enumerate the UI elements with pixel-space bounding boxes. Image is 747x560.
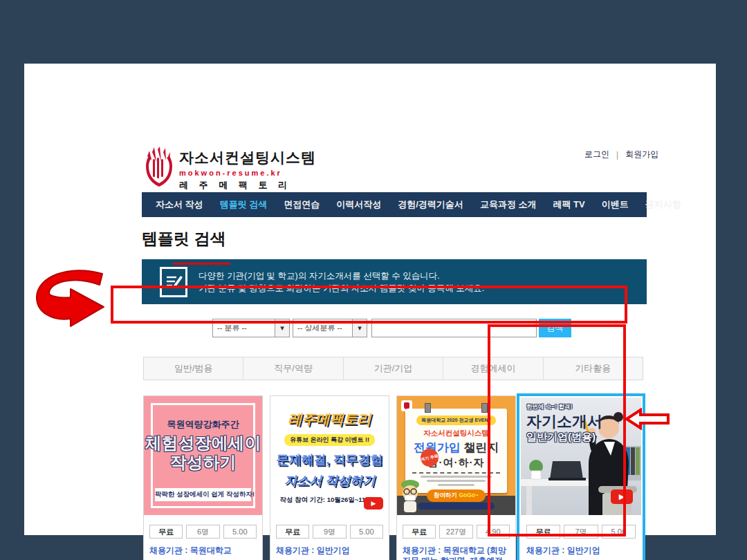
card-stats: 무료 9명 5.00 [276, 525, 383, 539]
nav-item-interview-practice[interactable]: 면접연습 [275, 192, 328, 217]
card-organization: 채용기관 : 일반기업 [526, 545, 636, 556]
main-navigation: 자소서 작성 템플릿 검색 면접연습 이력서작성 경험/경력기술서 교육과정 소… [142, 192, 647, 217]
login-link[interactable]: 로그인 [584, 149, 609, 160]
annotation-box-tabs [111, 286, 627, 324]
price-badge: 무료 [276, 525, 309, 539]
nav-item-courses[interactable]: 교육과정 소개 [472, 192, 545, 217]
thumb-badge: 유튜브 온라인 특강 이벤트 !! [284, 434, 375, 446]
paper-clip-icon [425, 403, 431, 413]
logo-domain: mokwon-resume.kr [179, 169, 316, 177]
nav-item-repack-tv[interactable]: 레팩 TV [545, 192, 593, 217]
nav-item-events[interactable]: 이벤트 [593, 192, 637, 217]
auth-links: 로그인 | 회원가입 [584, 149, 658, 160]
join-button: 참여하기 GoGo~ [427, 489, 486, 502]
card-organization: 채용기관 : 일반기업 [276, 545, 383, 556]
template-card-growth-essay[interactable]: 목원역량강화주간 체험성장에세이 작성하기 팍팍한 성장에세이 쉽게 작성하자!… [143, 395, 263, 560]
nav-item-resume-write[interactable]: 자소서 작성 [147, 192, 212, 217]
nav-item-cv-write[interactable]: 이력서작성 [328, 192, 389, 217]
annotation-box-card [488, 324, 626, 536]
card-organization: 채용기관 : 목원대학교 [149, 545, 257, 556]
logo-title: 자소서컨설팅시스템 [179, 148, 316, 167]
logo-subtitle: 레 주 메 팩 토 리 [179, 179, 316, 192]
card-stats: 무료 6명 5.00 [149, 525, 257, 539]
paper-clip-icon [481, 403, 488, 413]
annotation-line [173, 263, 230, 265]
fine-print-line [421, 476, 492, 478]
red-curved-arrow-icon [33, 268, 106, 327]
rating-badge: 5.00 [223, 525, 257, 539]
thumb-caption: 팍팍한 성장에세이 쉽게 작성하자! [155, 488, 251, 501]
dashed-divider [412, 472, 500, 474]
mokwon-university-logo-icon[interactable] [143, 147, 175, 188]
thumb-text: 레주메팩토리 [270, 410, 389, 429]
fine-print-line [438, 484, 474, 486]
thumb-ribbon: 목원대학교 2020 전교생 EVENT [416, 416, 496, 425]
thumb-text: 체험성장에세이 작성하기 [144, 433, 262, 472]
youtube-play-icon: ▶ [364, 497, 383, 510]
tab-organization[interactable]: 기관/기업 [344, 357, 443, 380]
window-background: 자소서컨설팅시스템 mokwon-resume.kr 레 주 메 팩 토 리 로… [0, 0, 747, 560]
tab-general[interactable]: 일반/범용 [144, 357, 243, 380]
nav-item-template-search[interactable]: 템플릿 검색 [212, 192, 276, 217]
card-thumbnail[interactable]: 목원역량강화주간 체험성장에세이 작성하기 팍팍한 성장에세이 쉽게 작성하자! [144, 396, 262, 515]
page-title: 템플릿 검색 [142, 228, 225, 250]
nav-item-experience[interactable]: 경험/경력기술서 [389, 192, 472, 217]
card-thumbnail[interactable]: 레주메팩토리 유튜브 온라인 특강 이벤트 !! 문제해결, 직무경험 자소서 … [270, 396, 389, 515]
thumb-text: 문제해결, 직무경험 [270, 451, 389, 468]
fine-print-line [427, 480, 486, 482]
template-card-youtube-live[interactable]: 레주메팩토리 유튜브 온라인 특강 이벤트 !! 문제해결, 직무경험 자소서 … [270, 395, 389, 560]
tab-job-competency[interactable]: 직무/역량 [243, 357, 343, 380]
banner-line-1: 다양한 기관(기업 및 학교)의 자기소개서를 선택할 수 있습니다. [199, 270, 484, 282]
user-count-badge: 227명 [439, 525, 472, 539]
red-outline-arrow-icon [625, 408, 670, 430]
rating-badge: 5.00 [350, 525, 383, 539]
thumb-text: 목원역량강화주간 [144, 418, 262, 431]
nav-item-notice[interactable]: 공지사항 [637, 192, 690, 217]
thumb-text: 자소서 작성하기 [270, 472, 389, 489]
price-badge: 무료 [403, 525, 436, 539]
footer-ribbon [418, 503, 495, 510]
card-organization: 채용기관 : 목원대학교 (희망직무 메는 학과명, 제출예정일은 오늘로) [403, 545, 510, 560]
signup-link[interactable]: 회원가입 [625, 149, 658, 160]
user-count-badge: 6명 [186, 525, 219, 539]
auth-divider: | [616, 150, 618, 160]
site-logo[interactable]: 자소서컨설팅시스템 mokwon-resume.kr 레 주 메 팩 토 리 [179, 148, 316, 192]
price-badge: 무료 [149, 525, 183, 539]
user-count-badge: 9명 [313, 525, 346, 539]
